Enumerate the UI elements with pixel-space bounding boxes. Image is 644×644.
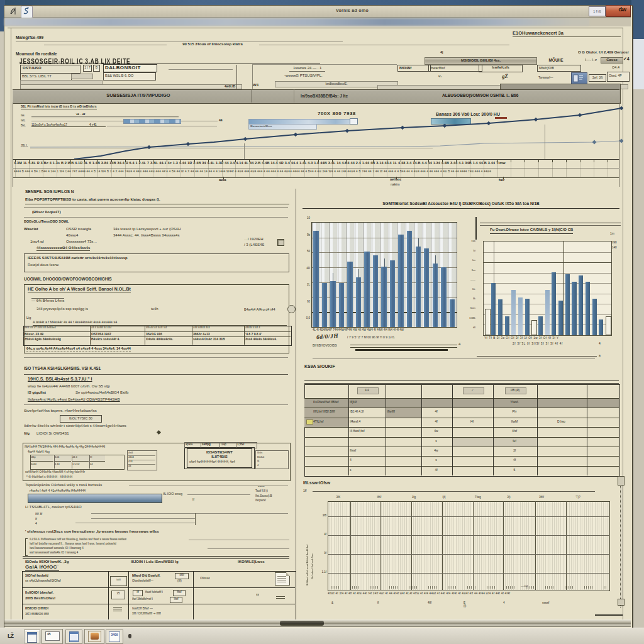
rtable-cell: 4fsf bbox=[494, 429, 535, 436]
info-circle-icon[interactable] bbox=[287, 305, 296, 313]
left-s8r2: Iwll IwI bstsIlw rwcsswsf Il. , Ilsswss … bbox=[30, 542, 116, 545]
data-strip-row2: 4444 B 444 4 B4 J.B44 4 344 1 W4 C44 74T… bbox=[14, 170, 619, 173]
c2-ylabel: Ilk bbox=[465, 297, 475, 300]
c1-ylabel: 50 bbox=[301, 250, 310, 253]
rtable-cell bbox=[538, 409, 584, 416]
tall-row: I4 bbox=[257, 459, 259, 462]
c1-bar bbox=[313, 231, 318, 327]
chart-line bbox=[30, 141, 621, 147]
c1-bar-whisker bbox=[435, 255, 436, 264]
bl-r2c2b: Ifwf 3fbfdfbf=wf I bbox=[132, 597, 153, 601]
left-w7: Ossssssss4 73s… bbox=[66, 240, 97, 244]
window-resize-notch[interactable] bbox=[280, 621, 324, 626]
left-s5b: r4ss4s f.4sl4 4 41s44sl4s44s f44s44444 bbox=[30, 489, 86, 492]
left-s7: ' olsfwsscs rosfJlscs ssw fwsrsctlswsr ,… bbox=[25, 530, 159, 534]
c2-bar bbox=[592, 299, 597, 335]
form-cell: s4rfpg bbox=[201, 442, 220, 448]
bl-lines-icon bbox=[276, 596, 285, 600]
left-s8-bracket bbox=[25, 538, 28, 556]
bl-toprule bbox=[23, 556, 289, 559]
gantt-gridline-h bbox=[328, 554, 609, 555]
gantt-gridline-h bbox=[328, 573, 609, 574]
c2-ylabel: 3ss bbox=[465, 269, 475, 272]
rtable-cell: 4f bbox=[494, 458, 535, 465]
formbox-narrowbox: 4sl444444 III44 bbox=[127, 450, 157, 470]
rtable-cell bbox=[313, 458, 353, 465]
taskbar-item-blue-doc[interactable] bbox=[65, 630, 82, 644]
left-w9: / 3 (L4SS4S bbox=[244, 243, 264, 247]
gantt-vline-major bbox=[503, 501, 504, 590]
left-s6a: LI TSS4BL4TL,.rss4scr tpSS4I4O bbox=[25, 505, 82, 509]
left-table-colline bbox=[244, 326, 245, 345]
rtable-cell: 4w bbox=[423, 448, 450, 455]
c1-bar bbox=[398, 235, 403, 327]
rtable-cell bbox=[387, 419, 419, 426]
right-table-title: KS9A SIOUKIF bbox=[304, 364, 335, 369]
chart2-xrow1: Yf Tf B 3f 3c Of Of 3f 3f 1f Of 1w 3f Of… bbox=[484, 336, 613, 340]
right-scrollbar[interactable] bbox=[620, 478, 623, 608]
c2-ylabel: 199 bbox=[465, 240, 475, 243]
rtable-cell: 5 bbox=[494, 468, 535, 475]
c1-gridline-v bbox=[346, 223, 347, 327]
gantt-title: IftLsswrtOfsw bbox=[303, 480, 330, 486]
gantt-vline-major bbox=[442, 501, 443, 590]
chart2-xrow2-end: 4 bbox=[599, 341, 601, 345]
bl-chip-iff2: (Iff) bbox=[177, 579, 182, 582]
left-s4chip[interactable]: IbOc TYSIC 30 bbox=[60, 415, 102, 423]
left-s6-line2 bbox=[91, 518, 195, 519]
c1-bar bbox=[381, 267, 386, 327]
left-bb1: HE Oolho A bc oh' A Wesoil Sciff. Bansol… bbox=[28, 287, 131, 292]
left-s6r1: IfIf 3f bbox=[35, 512, 42, 516]
scrollbar-handle-top[interactable] bbox=[618, 476, 625, 486]
strip-cap-2: ael/aoz bbox=[390, 177, 401, 182]
start-button[interactable]: LŽ bbox=[8, 633, 13, 640]
bl-r2c3: ss bbox=[256, 592, 259, 596]
rtable-cell bbox=[387, 448, 419, 455]
left-s3a: 19HC.S. BSL4ls4sst S.3.7.IU." I bbox=[28, 377, 92, 382]
formbox-center-line2: ILIlT4BIS bbox=[187, 455, 252, 459]
c1-gridline-v bbox=[448, 223, 448, 327]
rtable-colline bbox=[537, 384, 538, 475]
taskbar-folder-blob bbox=[91, 633, 99, 640]
chart2-plot bbox=[483, 241, 612, 336]
taskbar-item-doc45[interactable]: 45 bbox=[42, 629, 63, 644]
formbox-top-label: IW4 Is444 T4t'S4444s 444.444c 4ss44s 4g … bbox=[25, 445, 105, 448]
chart1-underline1 bbox=[350, 345, 457, 348]
gantt-sub-label: ssswf bbox=[542, 601, 549, 604]
small-grid-icon[interactable] bbox=[277, 239, 284, 246]
line-marker bbox=[619, 106, 624, 111]
left-s8r1: ILLSILIL Ifsfllswrsses tstlf sw fllssslw… bbox=[30, 538, 126, 541]
left-h1: SENSPIL SOS IUPILOS N bbox=[25, 189, 74, 194]
taskbar-item-window[interactable] bbox=[24, 630, 40, 643]
rtable-cell bbox=[453, 409, 491, 416]
bl-r2c1b: 3fIfB IfwsfIfsOfwsf bbox=[25, 596, 55, 600]
taskbar-item-3409[interactable]: 3409 bbox=[106, 630, 123, 644]
c1-gridline-v bbox=[389, 223, 389, 327]
left-h2: UOGIWIL DHOGOD/OWOFOOWOBCOHIGHIS bbox=[24, 277, 112, 282]
c1-bar bbox=[330, 281, 335, 327]
left-s3d: Ihtfwss4mt l4tylfc s4wst Bs4ttss4U ODW4S… bbox=[28, 397, 120, 402]
chart1-plot bbox=[311, 222, 457, 328]
rtable-cell: s bbox=[423, 458, 450, 465]
bl-document-icon[interactable] bbox=[275, 572, 290, 586]
c2-ylabel: Iifc bbox=[465, 287, 475, 291]
line-marker bbox=[345, 129, 350, 133]
bl-colline bbox=[193, 571, 194, 619]
left-s5d: If bbox=[192, 497, 194, 501]
bl-r3c2a: IswfOff Bfwf — bbox=[132, 606, 153, 610]
rtable-rowline bbox=[304, 408, 619, 408]
strip-cap-3: falr bbox=[499, 178, 504, 182]
rtable-colline bbox=[421, 384, 422, 475]
rtable-cell bbox=[453, 468, 491, 475]
c2-ylabel: 1GBk bbox=[465, 316, 475, 319]
c2-bar bbox=[491, 283, 496, 335]
rtable-cell: 4f bbox=[423, 468, 450, 475]
left-s8-dash1 bbox=[189, 540, 289, 540]
scrollbar-handle-bottom[interactable] bbox=[618, 599, 625, 606]
rtable-cell: If4wsf,4 bbox=[350, 419, 383, 426]
bl-chip-ifwf: Ifwf bbox=[170, 597, 182, 603]
taskbar-doc45-icon: 45 bbox=[45, 631, 60, 641]
chart-vtick-1 bbox=[244, 143, 245, 160]
taskbar-item-folder[interactable] bbox=[84, 629, 104, 644]
c1-gridline-v bbox=[338, 223, 338, 327]
